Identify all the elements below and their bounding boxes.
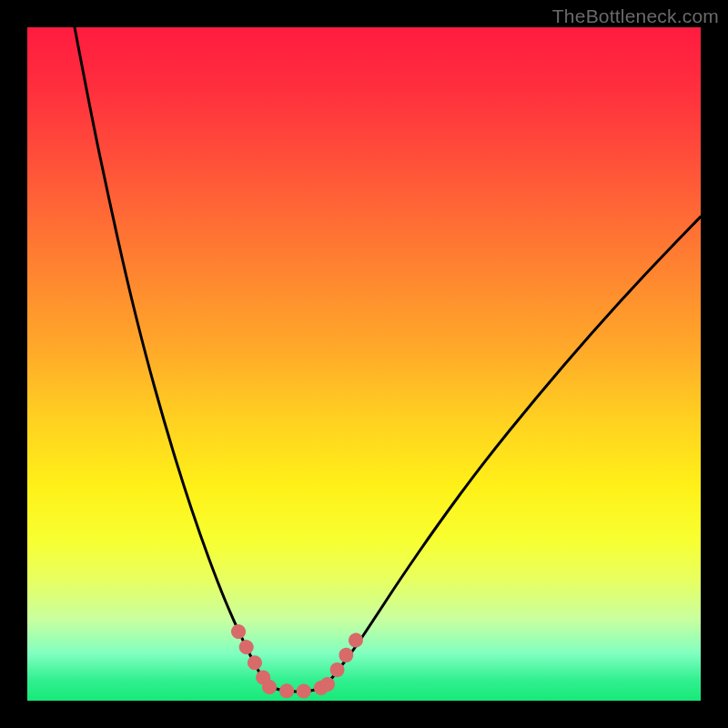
curve-layer [27,27,701,701]
curve-left [75,27,267,685]
curve-group [75,27,701,692]
plot-area [27,27,701,701]
curve-right [326,217,701,685]
chart-frame: TheBottleneck.com [0,0,728,728]
watermark-text: TheBottleneck.com [552,5,719,27]
highlight-group [238,632,360,692]
